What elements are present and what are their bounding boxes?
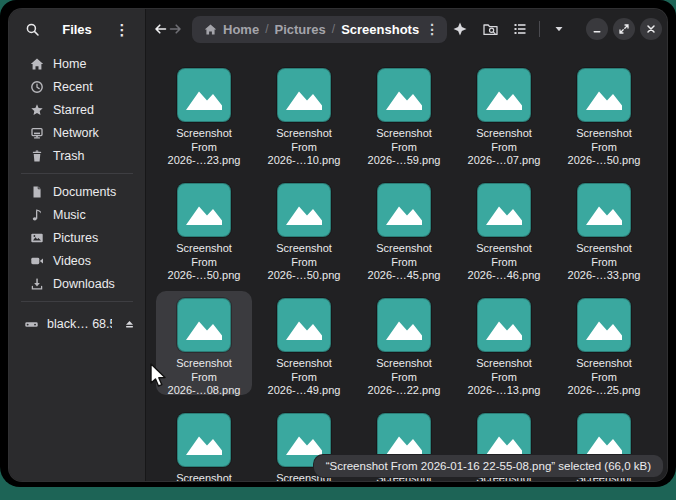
- file-name-line: Screenshot: [468, 127, 541, 141]
- kebab-menu-icon: ⋮: [115, 22, 130, 37]
- image-thumbnail-icon: [476, 67, 532, 123]
- file-name-line: 2026-…10.png: [268, 154, 341, 168]
- file-name-line: 2026-…59.png: [368, 154, 441, 168]
- eject-button[interactable]: [120, 315, 138, 333]
- file-name-line: 2026-…25.png: [568, 384, 641, 398]
- clock-icon: [29, 79, 44, 94]
- minimize-button[interactable]: [586, 18, 608, 40]
- file-item[interactable]: ScreenshotFrom2026-…50.png: [556, 61, 652, 165]
- file-name-line: From: [468, 141, 541, 155]
- view-options-dropdown[interactable]: [546, 16, 572, 42]
- video-camera-icon: [29, 253, 44, 268]
- sidebar-item-label: Home: [53, 57, 86, 71]
- sidebar-item-label: Trash: [53, 149, 85, 163]
- sidebar-item-pictures[interactable]: Pictures: [14, 226, 140, 249]
- file-name-line: Screenshot: [268, 357, 341, 371]
- sidebar-item-trash[interactable]: Trash: [14, 144, 140, 167]
- file-name: ScreenshotFrom2026-…50.png: [168, 242, 241, 283]
- file-item[interactable]: ScreenshotFrom2026-…46.png: [456, 176, 552, 280]
- device-label: black… 68.51: [47, 317, 112, 331]
- file-name-line: Screenshot: [568, 357, 641, 371]
- file-name-line: Screenshot: [168, 127, 241, 141]
- image-thumbnail-icon: [276, 182, 332, 238]
- file-name-line: Screenshot: [168, 242, 241, 256]
- sidebar-item-label: Music: [53, 208, 86, 222]
- image-thumbnail-icon: [176, 297, 232, 353]
- file-name-line: 2026-…23.png: [168, 154, 241, 168]
- home-icon: [204, 23, 217, 36]
- file-item[interactable]: ScreenshotFrom2026-…22.png: [356, 291, 452, 395]
- file-item[interactable]: ScreenshotFrom2026-…23.png: [156, 61, 252, 165]
- file-item[interactable]: ScreenshotFrom2026-…59.png: [356, 61, 452, 165]
- network-icon: [29, 125, 44, 140]
- image-thumbnail-icon: [176, 182, 232, 238]
- file-item[interactable]: ScreenshotFrom2026-…08.png: [156, 291, 252, 395]
- file-item[interactable]: ScreenshotFrom2026-…13.png: [456, 291, 552, 395]
- breadcrumb-item-pictures[interactable]: Pictures: [274, 22, 325, 37]
- file-name-line: Screenshot: [468, 242, 541, 256]
- sidebar-item-home[interactable]: Home: [14, 52, 140, 75]
- file-item[interactable]: ScreenshotFrom2026-…50.png: [256, 176, 352, 280]
- file-item[interactable]: ScreenshotFrom2026-…25.png: [556, 291, 652, 395]
- file-item[interactable]: ScreenshotFrom2026-…10.png: [256, 61, 352, 165]
- file-item[interactable]: ScreenshotFrom2026-…50.png: [156, 176, 252, 280]
- file-name-line: From: [368, 256, 441, 270]
- sidebar-item-device[interactable]: black… 68.51: [9, 312, 145, 336]
- file-name-line: Screenshot: [368, 127, 441, 141]
- breadcrumb-item-home[interactable]: Home: [223, 22, 259, 37]
- sidebar-item-starred[interactable]: Starred: [14, 98, 140, 121]
- file-name-line: 2026-…49.png: [268, 384, 341, 398]
- sidebar-item-music[interactable]: Music: [14, 203, 140, 226]
- file-item[interactable]: ScreenshotFrom2026-…07.png: [456, 61, 552, 165]
- file-name-line: 2026-…45.png: [368, 269, 441, 283]
- close-button[interactable]: [640, 18, 662, 40]
- image-thumbnail-icon: [376, 67, 432, 123]
- image-thumbnail-icon: [476, 182, 532, 238]
- path-menu-button[interactable]: ⋮: [425, 21, 439, 37]
- maximize-button[interactable]: [613, 18, 635, 40]
- sidebar-item-label: Starred: [53, 103, 94, 117]
- content-area: Home / Pictures / Screenshots ⋮: [146, 9, 667, 481]
- sidebar-item-label: Pictures: [53, 231, 98, 245]
- file-name: ScreenshotFrom2026-…59.png: [368, 127, 441, 168]
- search-button[interactable]: [19, 16, 45, 42]
- eject-icon: [123, 318, 136, 331]
- file-item[interactable]: ScreenshotFrom2026-…49.png: [256, 291, 352, 395]
- sidebar-item-videos[interactable]: Videos: [14, 249, 140, 272]
- file-name-line: Screenshot: [268, 242, 341, 256]
- image-thumbnail-icon: [576, 182, 632, 238]
- file-name-line: 2026-…46.png: [468, 269, 541, 283]
- sidebar-item-network[interactable]: Network: [14, 121, 140, 144]
- image-thumbnail-icon: [176, 412, 232, 468]
- file-item[interactable]: ScreenshotFrom2026-…45.png: [356, 176, 452, 280]
- sidebar-separator: [21, 173, 133, 174]
- file-name: ScreenshotFrom2026-…50.png: [568, 127, 641, 168]
- file-name-line: From: [468, 256, 541, 270]
- file-item[interactable]: ScreenshotFrom2026-…33.png: [556, 176, 652, 280]
- sidebar-item-label: Documents: [53, 185, 116, 199]
- sidebar: Files ⋮ HomeRecentStarredNetworkTrashDoc…: [9, 9, 146, 481]
- breadcrumb-separator: /: [265, 22, 268, 36]
- sidebar-item-label: Videos: [53, 254, 91, 268]
- sidebar-item-downloads[interactable]: Downloads: [14, 272, 140, 295]
- forward-button[interactable]: [168, 15, 184, 43]
- file-name-line: 2026-…07.png: [468, 154, 541, 168]
- back-button[interactable]: [152, 15, 168, 43]
- minimize-icon: [591, 23, 603, 35]
- headerbar-actions: [447, 16, 662, 42]
- file-name: ScreenshotFrom2026-…49.png: [268, 357, 341, 398]
- folder-search-icon: [482, 21, 499, 38]
- file-name-line: 2026-…22.png: [368, 384, 441, 398]
- breadcrumb-item-screenshots[interactable]: Screenshots: [341, 22, 419, 37]
- star-icon: [29, 102, 44, 117]
- star-view-button[interactable]: [447, 16, 473, 42]
- sidebar-menu-button[interactable]: ⋮: [109, 16, 135, 42]
- view-toggle-button[interactable]: [507, 16, 533, 42]
- file-name-line: 2026-…50.png: [568, 154, 641, 168]
- search-folder-button[interactable]: [477, 16, 503, 42]
- back-arrow-icon: [152, 21, 168, 37]
- sidebar-header: Files ⋮: [9, 9, 145, 49]
- sidebar-item-recent[interactable]: Recent: [14, 75, 140, 98]
- sidebar-item-documents[interactable]: Documents: [14, 180, 140, 203]
- file-item[interactable]: Screenshot: [156, 406, 252, 481]
